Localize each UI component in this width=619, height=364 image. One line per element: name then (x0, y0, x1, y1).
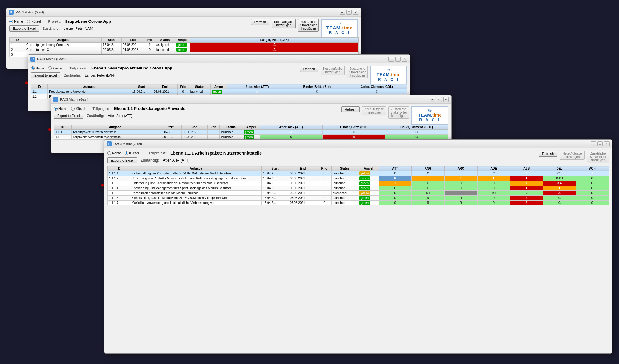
th-status-3: Status (219, 125, 242, 130)
table-row[interactable]: 1.1.1.5 Ressourcen bereitstellen für das… (108, 191, 609, 196)
neue-aufgabe-btn-1[interactable]: Neue Aufgabe hinzufügen (272, 19, 295, 28)
title-controls-4: ─ □ ✕ (591, 141, 610, 146)
cell-id: 3 (10, 52, 25, 57)
table-header-row-4: ID Aufgabe Start End Prio Status Ampel A… (108, 166, 609, 171)
cell-end: 06.08.2021 (288, 181, 317, 186)
radio-name-1[interactable]: Name (9, 20, 23, 23)
cell-arc: R (445, 201, 477, 205)
table-row[interactable]: 1.1.1.7 *Definition, Anwendung und konti… (108, 201, 609, 205)
th-prio-4: Prio (317, 166, 332, 171)
cell-aufgabe: Teilprojekt: Veranstalterschnittstelle (71, 135, 159, 140)
export-btn-3[interactable]: Export to Excel (54, 113, 83, 119)
cell-end: 06.08.2021 (181, 130, 207, 135)
cell-del: C (543, 196, 576, 201)
zusatzliche-btn-2[interactable]: Zusätzliche Stakeholder hinzufügen (347, 66, 368, 78)
cell-status: launched (189, 89, 211, 94)
radio-name-4[interactable]: Name (107, 151, 121, 155)
refresh-btn-1[interactable]: Refresh (251, 19, 270, 25)
cell-del: R A (543, 181, 576, 186)
logo-2: it's TEAM.time R A C I (370, 66, 407, 84)
th-person-bin-3: Binder, Britta (BIN) (322, 125, 385, 130)
maximize-btn-2[interactable]: □ (395, 57, 401, 62)
minimize-btn-4[interactable]: ─ (591, 141, 596, 146)
table-row[interactable]: 1.1 Produktkategorie Anwender 16.04.2...… (31, 89, 407, 94)
close-btn-3[interactable]: ✕ (443, 97, 449, 102)
export-btn-1[interactable]: Export to Excel (9, 25, 39, 32)
window-title-1: RACI Matrix (Gast) (16, 10, 340, 14)
neue-aufgabe-btn-3[interactable]: Neue Aufgabe hinzufügen (362, 106, 386, 115)
cell-raci-bin: A (322, 135, 385, 140)
close-btn-2[interactable]: ✕ (402, 57, 407, 62)
zusatzliche-btn-1[interactable]: Zusätzliche Stakeholder hinzufügen (298, 19, 319, 32)
radio-row-2: Name Kürzel Teilprojekt: Ebene 1 Gesamtp… (31, 66, 294, 70)
th-ach: ACH (576, 166, 609, 171)
close-btn-1[interactable]: ✕ (353, 10, 358, 15)
projekt-label-2: Teilprojekt: (70, 66, 88, 70)
cell-als: A (510, 186, 543, 191)
cell-arc (445, 191, 477, 196)
th-ang: ANG (411, 166, 444, 171)
cell-arc: C (445, 186, 477, 191)
radio-kurzel-1[interactable]: Kürzel (27, 20, 41, 23)
cell-prio: 0 (177, 89, 189, 94)
table-row[interactable]: 1.1.1.3 Einforderung und Koordination de… (108, 181, 609, 186)
table-row[interactable]: 1 Gesamtprojektleitung Corona App 16.04.… (10, 43, 359, 47)
projekt-label-1: Projekt: (48, 20, 61, 23)
cell-prio: 0 (317, 191, 332, 196)
cell-ampel: green (211, 89, 227, 94)
radio-kurzel-circle-4 (125, 151, 128, 155)
minimize-btn-3[interactable]: ─ (430, 97, 435, 102)
neue-aufgabe-btn-2[interactable]: Neue Aufgabe hinzufügen (321, 66, 344, 75)
close-btn-4[interactable]: ✕ (604, 141, 610, 146)
cell-status: launched (219, 135, 242, 140)
cell-id: 1.1.1.1 (108, 171, 130, 176)
table-row[interactable]: 1.1.2 Teilprojekt: Veranstalterschnittst… (54, 135, 448, 140)
cell-aufgabe: Einforderung und Koordination der Ressou… (130, 181, 261, 186)
cell-id: 1.1.2 (54, 135, 72, 140)
minimize-btn-1[interactable]: ─ (340, 10, 345, 15)
th-end-1: End (122, 38, 144, 43)
neue-aufgabe-btn-4[interactable]: Neue Aufgabe hinzufügen (560, 151, 584, 160)
cell-ang: R (411, 201, 444, 205)
table-header-row-3: ID Aufgabe Start End Prio Status Ampel A… (54, 125, 448, 130)
cell-raci-att: A (260, 130, 322, 135)
table-row[interactable]: 1.1.1.6 Sicherstellen, dass im Modul Ben… (108, 196, 609, 201)
cell-id: 1.2 (31, 94, 48, 99)
th-ampel-4: Ampel (358, 166, 379, 171)
refresh-btn-3[interactable]: Refresh (341, 106, 360, 112)
zusatzliche-btn-4[interactable]: Zusätzliche Stakeholder hinzufügen (587, 151, 609, 163)
zustandig-label-1: Zuständig: (43, 27, 60, 30)
refresh-btn-2[interactable]: Refresh (300, 66, 319, 72)
table-row[interactable]: 1.1.1 Arbeitspaket: Nutzerschnittstelle … (54, 130, 448, 135)
radio-name-2[interactable]: Name (31, 66, 44, 70)
table-row[interactable]: 1.1.1.4 Priorisierung und Management des… (108, 186, 609, 191)
zusatzliche-btn-3[interactable]: Zusätzliche Stakeholder hinzufügen (388, 106, 409, 119)
cell-als: A (510, 171, 543, 176)
th-person-bin: Binder, Britta (BIN) (287, 84, 347, 89)
radio-kurzel-4[interactable]: Kürzel (125, 151, 139, 155)
export-btn-2[interactable]: Export to Excel (31, 72, 60, 78)
cell-id: 1.1.1.7 (108, 201, 130, 205)
table-row[interactable]: 2 Gesamtprojekt X 02.05.2... 01.06.2022 … (10, 47, 359, 52)
export-btn-4[interactable]: Export to Excel (107, 157, 137, 163)
radio-kurzel-3[interactable]: Kürzel (71, 107, 85, 111)
table-3: ID Aufgabe Start End Prio Status Ampel A… (54, 125, 448, 140)
cell-start: 16.04.2... (262, 201, 288, 205)
th-del: DEL (543, 166, 576, 171)
cell-ach: R (576, 191, 609, 196)
table-row[interactable]: 1.1.1.2 Umsetzung von Produkt - Mission,… (108, 176, 609, 181)
refresh-btn-4[interactable]: Refresh (539, 151, 557, 157)
table-row[interactable]: 1.1.1.1 Sicherstellung der Konsistenz al… (108, 171, 609, 176)
radio-kurzel-2[interactable]: Kürzel (48, 66, 62, 70)
zustandig-value-1: Langer, Peter (LAN) (63, 27, 93, 30)
app-icon-3: R (53, 97, 58, 102)
title-bar-3: R RACI Matrix (Gast) ─ □ ✕ (51, 95, 451, 104)
minimize-btn-2[interactable]: ─ (388, 57, 394, 62)
radio-name-3[interactable]: Name (54, 107, 67, 111)
cell-status: launched (332, 171, 358, 176)
cell-raci-bin: C (287, 89, 347, 94)
th-aufgabe-2: Aufgabe (48, 84, 131, 89)
maximize-btn-3[interactable]: □ (437, 97, 442, 102)
maximize-btn-1[interactable]: □ (346, 10, 352, 15)
maximize-btn-4[interactable]: □ (597, 141, 603, 146)
